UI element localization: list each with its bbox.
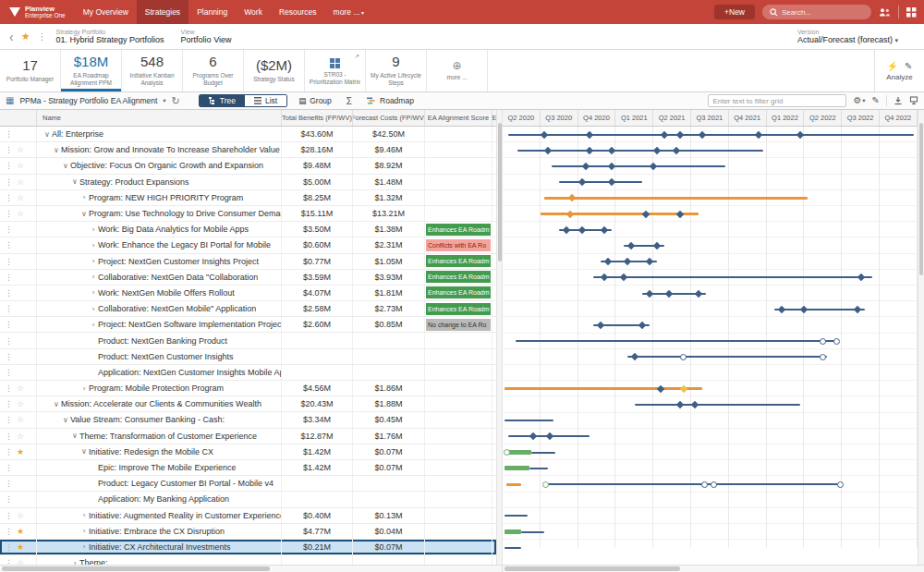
table-row[interactable]: ⋮Application: My Banking Application xyxy=(0,492,496,507)
gantt-milestone-diamond[interactable] xyxy=(691,401,699,408)
table-row[interactable]: ⋮☆∨Theme: Transformation of Customer Exp… xyxy=(0,429,496,444)
gantt-milestone-diamond[interactable] xyxy=(544,147,552,154)
nav-item-resources[interactable]: Resources xyxy=(271,0,325,24)
gantt-milestone-diamond[interactable] xyxy=(646,289,653,297)
table-row[interactable]: ⋮Epic: Improve The Mobile Experience$1.4… xyxy=(0,460,496,476)
row-menu-icon[interactable]: ⋮ xyxy=(5,209,17,218)
gantt-milestone-circle[interactable] xyxy=(833,338,840,345)
portfolio-selector[interactable]: Strategy Portfolio 01. Hybrid Strategy P… xyxy=(56,29,164,44)
gantt-bar[interactable] xyxy=(508,134,914,136)
gantt-milestone-circle[interactable] xyxy=(820,354,826,360)
gantt-milestone-diamond[interactable] xyxy=(661,130,668,138)
gantt-milestone-diamond[interactable] xyxy=(608,147,615,154)
grid-view-selector[interactable]: PPMa - Strategy Portfolio EA Alignment xyxy=(19,96,157,105)
scrollbar-thumb[interactable] xyxy=(498,123,502,262)
row-menu-icon[interactable]: ⋮ xyxy=(5,145,17,154)
view-value[interactable]: Portfolio View xyxy=(181,35,232,44)
tree-toggle-icon[interactable]: › xyxy=(79,542,89,551)
row-menu-icon[interactable]: ⋮ xyxy=(5,383,17,393)
gantt-milestone-diamond[interactable] xyxy=(568,194,576,201)
table-row[interactable]: ⋮›Project: NextGen Customer Insights Pro… xyxy=(0,254,496,270)
gantt-milestone-diamond[interactable] xyxy=(582,163,590,170)
kpi-tile-portfolio-manager[interactable]: 17Portfolio Manager xyxy=(0,50,61,91)
row-menu-icon[interactable]: ⋮ xyxy=(5,542,17,552)
row-menu-icon[interactable]: ⋮ xyxy=(5,320,17,329)
gantt-milestone-diamond[interactable] xyxy=(608,178,615,186)
gantt-milestone-diamond[interactable] xyxy=(578,226,585,234)
kpi-tile-initiative-kanban-analysis[interactable]: 548Initiative Kanban Analysis xyxy=(122,50,183,91)
kpi-tile-my-active-lifecycle-steps[interactable]: 9My Active Lifecycle Steps xyxy=(366,50,427,91)
users-icon[interactable] xyxy=(879,7,891,18)
gantt-milestone-diamond[interactable] xyxy=(650,163,657,170)
gantt-bar[interactable] xyxy=(506,483,521,486)
gantt-milestone-diamond[interactable] xyxy=(699,130,706,138)
favorite-star-icon[interactable]: ★ xyxy=(17,527,29,536)
gantt-milestone-circle[interactable] xyxy=(504,449,510,456)
table-row[interactable]: ⋮›Collaborative: NextGen Data "Collabora… xyxy=(0,270,496,286)
gantt-milestone-diamond[interactable] xyxy=(676,130,684,138)
gantt-milestone-diamond[interactable] xyxy=(623,258,630,265)
back-icon[interactable]: ‹ xyxy=(9,30,14,43)
table-row[interactable]: ⋮☆›Program: NEW HIGH PRIORITY Program$8.… xyxy=(0,190,496,206)
table-row[interactable]: ⋮›Work: NextGen Mobile Offers Rollout$4.… xyxy=(0,286,496,301)
tree-toggle-icon[interactable]: ∨ xyxy=(52,400,61,408)
tree-toggle-icon[interactable]: › xyxy=(89,241,98,249)
table-row[interactable]: ⋮›Project: NextGen Software Implementati… xyxy=(0,317,496,333)
gantt-bar[interactable] xyxy=(529,468,548,469)
sum-sigma-icon[interactable]: Σ xyxy=(343,96,356,106)
gantt-milestone-diamond[interactable] xyxy=(566,210,574,217)
roadmap-vertical-scrollbar[interactable] xyxy=(918,110,924,565)
export-download-icon[interactable] xyxy=(894,96,903,105)
gantt-bar[interactable] xyxy=(531,452,556,454)
table-row[interactable]: ⋮★∨Initiative: Redesign the Mobile CX$1.… xyxy=(0,444,496,460)
gantt-milestone-diamond[interactable] xyxy=(800,306,808,313)
tree-toggle-icon[interactable]: › xyxy=(79,384,89,393)
gantt-milestone-diamond[interactable] xyxy=(626,242,634,249)
favorite-star-icon[interactable]: ☆ xyxy=(17,511,29,520)
favorite-star-icon[interactable]: ☆ xyxy=(17,209,29,218)
group-button[interactable]: ▤ Group xyxy=(293,95,337,106)
row-menu-icon[interactable]: ⋮ xyxy=(5,177,17,187)
nav-item-planning[interactable]: Planning xyxy=(188,0,236,24)
table-row[interactable]: ⋮›Collaborative: NextGen Mobile" Applica… xyxy=(0,301,496,317)
gantt-milestone-diamond[interactable] xyxy=(796,130,804,138)
row-menu-icon[interactable]: ⋮ xyxy=(5,273,17,282)
gantt-milestone-diamond[interactable] xyxy=(676,210,684,217)
row-menu-icon[interactable]: ⋮ xyxy=(5,558,17,565)
column-header-forecast-costs-fp-wv[interactable]: Forecast Costs (FP/WV) xyxy=(353,110,425,126)
analyze-wand-icon[interactable]: ⚡ xyxy=(887,61,898,71)
kpi-tile-str03-prioritization-matrix[interactable]: ↗STR03 - Prioritization Matrix xyxy=(305,50,366,91)
favorite-star-icon[interactable]: ☆ xyxy=(17,161,29,170)
row-menu-icon[interactable]: ⋮ xyxy=(5,368,17,377)
tree-toggle-icon[interactable]: ∨ xyxy=(79,210,89,218)
gantt-milestone-diamond[interactable] xyxy=(755,130,762,138)
gantt-milestone-diamond[interactable] xyxy=(586,147,593,154)
gantt-bar[interactable] xyxy=(505,515,527,517)
row-menu-icon[interactable]: ⋮ xyxy=(5,193,17,202)
row-menu-icon[interactable]: ⋮ xyxy=(5,304,17,313)
gantt-bar[interactable] xyxy=(505,547,521,549)
search-input[interactable] xyxy=(782,8,864,17)
table-row[interactable]: ⋮☆∨Value Stream: Consumer Banking - Cash… xyxy=(0,412,496,428)
gantt-milestone-diamond[interactable] xyxy=(601,226,608,234)
favorite-star-icon[interactable]: ☆ xyxy=(17,193,29,202)
table-row[interactable]: ⋮∨All: Enterprise$43.60M$42.50M xyxy=(0,127,496,142)
nav-item-more[interactable]: more ... ▾ xyxy=(325,0,373,24)
table-row[interactable]: ⋮Product: Legacy Customer BI Portal - Mo… xyxy=(0,476,496,492)
table-row[interactable]: ⋮★›Initiative: CX Architectural Investme… xyxy=(0,540,496,555)
gantt-bar[interactable] xyxy=(517,150,762,152)
grid-horizontal-scrollbar[interactable] xyxy=(0,566,503,572)
gantt-bar[interactable] xyxy=(627,356,827,358)
apps-grid-icon[interactable] xyxy=(906,7,917,18)
row-menu-icon[interactable]: ⋮ xyxy=(5,225,17,234)
row-menu-icon[interactable]: ⋮ xyxy=(5,494,17,504)
tree-toggle-icon[interactable]: › xyxy=(79,193,89,201)
gantt-milestone-circle[interactable] xyxy=(820,338,826,345)
table-row[interactable]: ⋮Product: NextGen Banking Product xyxy=(0,333,496,348)
gantt-milestone-circle[interactable] xyxy=(711,481,717,488)
edit-pencil-icon[interactable]: ✎ xyxy=(872,96,880,105)
grid-vertical-scrollbar[interactable] xyxy=(496,110,503,565)
gantt-bar[interactable] xyxy=(552,165,725,167)
row-menu-icon[interactable]: ⋮ xyxy=(5,511,17,520)
favorite-star-icon[interactable]: ☆ xyxy=(17,558,29,565)
